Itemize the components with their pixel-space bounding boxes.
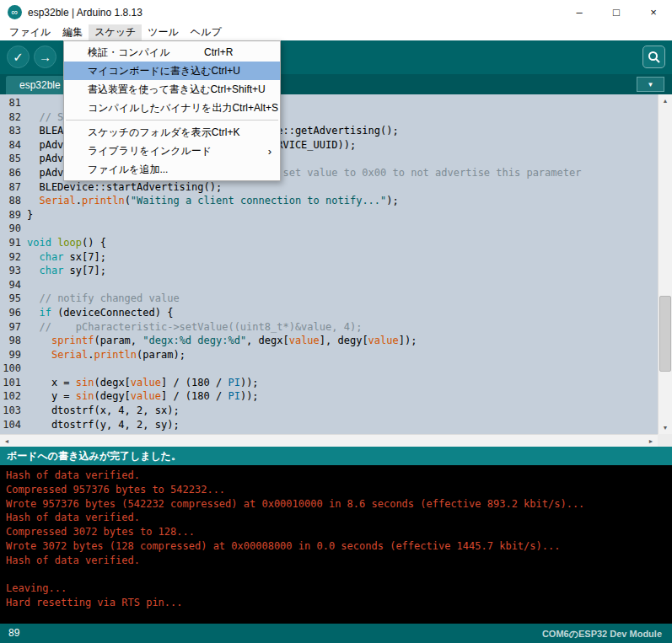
verify-button[interactable]: ✓: [7, 46, 30, 68]
code-line: 91void loop() {: [0, 236, 658, 250]
line-number: 103: [0, 404, 27, 418]
upload-button[interactable]: →: [34, 46, 56, 68]
menu-item-shortcut: Ctrl+K: [212, 126, 271, 138]
sketch-dropdown-menu: 検証・コンパイルCtrl+Rマイコンボードに書き込むCtrl+U書込装置を使って…: [63, 40, 281, 181]
menu-item-label: コンパイルしたバイナリを出力: [88, 101, 232, 115]
scroll-left-button[interactable]: ◄: [0, 435, 13, 447]
line-number: 101: [0, 376, 27, 390]
menu-item-label: 書込装置を使って書き込む: [88, 83, 210, 97]
line-number: 96: [0, 306, 27, 320]
menu-item-label: 検証・コンパイル: [88, 46, 204, 60]
line-number: 91: [0, 236, 27, 250]
window-title: esp32ble | Arduino 1.8.13: [28, 7, 142, 19]
code-line: 100: [0, 362, 658, 376]
line-number: 88: [0, 194, 27, 208]
code-text: BLEDevice::startAdvertising();: [27, 181, 222, 193]
menu-item-shortcut: Ctrl+U: [212, 65, 271, 77]
menubar-item-help[interactable]: ヘルプ: [185, 24, 228, 40]
vertical-scroll-thumb[interactable]: [659, 296, 671, 372]
menu-separator: [66, 120, 278, 121]
menubar-item-file[interactable]: ファイル: [3, 24, 56, 40]
code-line: 102 y = sin(degy[value] / (180 / PI));: [0, 389, 658, 404]
sketch-menu-item-upload[interactable]: マイコンボードに書き込むCtrl+U: [64, 62, 280, 80]
sketch-menu-item-verify-compile[interactable]: 検証・コンパイルCtrl+R: [64, 43, 280, 62]
sketch-menu-item-add-file[interactable]: ファイルを追加...: [64, 160, 280, 179]
code-line: 88 Serial.println("Waiting a client conn…: [0, 194, 658, 208]
check-icon: ✓: [13, 50, 24, 65]
submenu-arrow-icon: ›: [212, 145, 271, 158]
code-text: char sy[7];: [27, 265, 106, 276]
code-text: dtostrf(x, 4, 2, sx);: [27, 405, 180, 416]
code-line: 104 dtostrf(y, 4, 2, sy);: [0, 418, 658, 432]
line-number: 94: [0, 278, 27, 292]
menubar: ファイル編集スケッチツールヘルプ: [0, 24, 672, 40]
arduino-ide-window: ∞ esp32ble | Arduino 1.8.13 – □ × ファイル編集…: [0, 0, 672, 643]
console-line: Compressed 957376 bytes to 542232...: [6, 483, 666, 497]
menubar-item-edit[interactable]: 編集: [56, 24, 89, 40]
sketch-menu-item-export-binary[interactable]: コンパイルしたバイナリを出力Ctrl+Alt+S: [64, 99, 280, 117]
code-text: }: [27, 209, 33, 221]
scrollbar-corner: [658, 434, 672, 447]
menu-item-label: スケッチのフォルダを表示: [88, 126, 212, 140]
window-controls: – □ ×: [561, 0, 672, 24]
line-number: 100: [0, 362, 27, 376]
menubar-item-tools[interactable]: ツール: [142, 24, 185, 40]
code-line: 98 sprintf(param, "degx:%d degy:%d", deg…: [0, 334, 658, 348]
tab-list-button[interactable]: ▼: [637, 77, 664, 92]
sketch-menu-item-show-sketch-folder[interactable]: スケッチのフォルダを表示Ctrl+K: [64, 123, 280, 142]
line-number: 104: [0, 418, 27, 432]
code-text: x = sin(degx[value] / (180 / PI));: [27, 377, 259, 388]
code-text: // pCharacteristic->setValue((uint8_t*)&…: [27, 321, 362, 333]
console-line: Hard resetting via RTS pin...: [6, 596, 666, 610]
line-number: 81: [0, 96, 27, 110]
scroll-up-button[interactable]: ▲: [659, 94, 672, 107]
code-line: 99 Serial.println(param);: [0, 348, 658, 362]
line-number: 102: [0, 389, 27, 404]
console-line: Compressed 3072 bytes to 128...: [6, 525, 666, 539]
status-message: ボードへの書き込みが完了しました。: [7, 450, 181, 462]
code-text: Serial.println("Waiting a client connect…: [27, 195, 399, 206]
console-line: Wrote 3072 bytes (128 compressed) at 0x0…: [6, 539, 666, 554]
line-number: 97: [0, 320, 27, 335]
console-line: Leaving...: [6, 581, 666, 596]
menu-item-shortcut: Ctrl+R: [204, 46, 271, 58]
board-info: COM6のESP32 Dev Module: [542, 628, 662, 640]
chevron-down-icon: ▼: [648, 81, 654, 88]
console-line: Hash of data verified.: [6, 554, 666, 568]
console-line: Wrote 957376 bytes (542232 compressed) a…: [6, 497, 666, 512]
minimize-button[interactable]: –: [561, 0, 598, 24]
code-text: void loop() {: [27, 237, 106, 249]
line-number: 90: [0, 222, 27, 236]
titlebar: ∞ esp32ble | Arduino 1.8.13 – □ ×: [0, 0, 672, 24]
code-line: 87 BLEDevice::startAdvertising();: [0, 180, 658, 195]
line-number: 99: [0, 348, 27, 362]
code-line: 92 char sx[7];: [0, 250, 658, 265]
menubar-item-sketch[interactable]: スケッチ: [89, 24, 142, 40]
code-line: 101 x = sin(degx[value] / (180 / PI));: [0, 376, 658, 390]
code-line: 95 // notify changed value: [0, 292, 658, 306]
scroll-right-button[interactable]: ►: [644, 435, 658, 447]
footer-bar: 89 COM6のESP32 Dev Module: [0, 624, 672, 643]
serial-monitor-button[interactable]: [642, 46, 665, 68]
menu-item-shortcut: Ctrl+Alt+S: [232, 102, 278, 114]
line-number: 83: [0, 124, 27, 138]
line-number: 98: [0, 334, 27, 348]
code-text: // notify changed value: [27, 292, 180, 304]
scroll-down-button[interactable]: ▼: [659, 421, 672, 434]
horizontal-scrollbar[interactable]: ◄ ►: [0, 434, 658, 447]
code-text: Serial.println(param);: [27, 349, 185, 361]
line-number: 93: [0, 264, 27, 278]
menu-item-shortcut: Ctrl+Shift+U: [210, 83, 271, 95]
sketch-menu-item-upload-using-programmer[interactable]: 書込装置を使って書き込むCtrl+Shift+U: [64, 80, 280, 99]
console-line: Hash of data verified.: [6, 469, 666, 483]
status-bar: ボードへの書き込みが完了しました。: [0, 447, 672, 465]
line-indicator: 89: [8, 627, 19, 639]
vertical-scrollbar[interactable]: ▲ ▼: [658, 94, 672, 434]
sketch-menu-item-include-library[interactable]: ライブラリをインクルード›: [64, 142, 280, 160]
close-button[interactable]: ×: [635, 0, 672, 24]
menu-item-label: ファイルを追加...: [88, 163, 204, 177]
console-output[interactable]: Hash of data verified.Compressed 957376 …: [0, 465, 672, 624]
maximize-button[interactable]: □: [598, 0, 635, 24]
menu-item-label: ライブラリをインクルード: [88, 144, 212, 158]
line-number: 82: [0, 110, 27, 125]
